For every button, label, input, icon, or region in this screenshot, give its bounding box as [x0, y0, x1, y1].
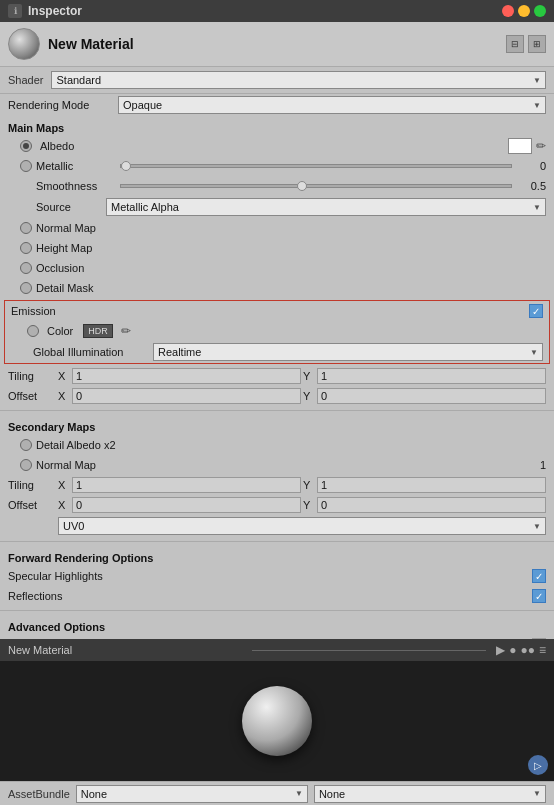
tiling2-x-label: X: [58, 479, 70, 491]
tiling2-label: Tiling: [8, 479, 58, 491]
asset-bundle-dropdown2[interactable]: None ▼: [314, 785, 546, 803]
menu-icon[interactable]: ≡: [539, 643, 546, 657]
gi-dropdown[interactable]: Realtime ▼: [153, 343, 543, 361]
header-left: New Material: [8, 28, 134, 60]
emission-label: Emission: [11, 305, 529, 317]
gi-value: Realtime: [158, 346, 201, 358]
detail-mask-toggle[interactable]: [20, 282, 32, 294]
sec-normal-toggle[interactable]: [20, 459, 32, 471]
tiling1-x-label: X: [58, 370, 70, 382]
tiling2-y-label: Y: [303, 479, 315, 491]
advanced-options-header: Advanced Options: [0, 615, 554, 635]
smoothness-slider[interactable]: [120, 184, 512, 188]
detail-albedo-row: Detail Albedo x2: [0, 435, 554, 455]
occlusion-label: Occlusion: [36, 262, 546, 274]
unity-icon[interactable]: ▷: [528, 755, 548, 775]
tiling2-y-input[interactable]: [317, 477, 546, 493]
detail-albedo-label: Detail Albedo x2: [36, 439, 546, 451]
metallic-slider[interactable]: [120, 164, 512, 168]
offset1-x-label: X: [58, 390, 70, 402]
emission-checkbox[interactable]: ✓: [529, 304, 543, 318]
title-bar: ℹ Inspector: [0, 0, 554, 22]
close-button[interactable]: [502, 5, 514, 17]
asset-bundle-value1: None: [81, 788, 107, 800]
shader-dropdown-arrow: ▼: [533, 76, 541, 85]
play-icon[interactable]: ▶: [496, 643, 505, 657]
uv-set-arrow: ▼: [533, 522, 541, 531]
material-name-header: New Material: [48, 36, 134, 52]
sec-normal-label: Normal Map: [36, 459, 516, 471]
window-controls: [502, 5, 546, 17]
inspector-content[interactable]: Rendering Mode Opaque ▼ Main Maps Albedo…: [0, 94, 554, 639]
tiling1-label: Tiling: [8, 370, 58, 382]
emission-color-label: Color: [47, 325, 73, 337]
tiling1-y-label: Y: [303, 370, 315, 382]
emission-header-row: Emission ✓: [5, 301, 549, 321]
source-dropdown[interactable]: Metallic Alpha ▼: [106, 198, 546, 216]
color-picker-icon[interactable]: ✏: [121, 324, 131, 338]
preview-bar: New Material ▶ ● ●● ≡: [0, 639, 554, 661]
specular-checkbox[interactable]: ✓: [532, 569, 546, 583]
inspector-icon: ℹ: [8, 4, 22, 18]
eyedropper-icon[interactable]: ✏: [536, 139, 546, 153]
divider3: [0, 610, 554, 611]
offset2-label: Offset: [8, 499, 58, 511]
uv-set-dropdown[interactable]: UV0 ▼: [58, 517, 546, 535]
tiling1-row: Tiling X Y: [0, 366, 554, 386]
detail-albedo-toggle[interactable]: [20, 439, 32, 451]
reflections-checkbox[interactable]: ✓: [532, 589, 546, 603]
offset1-xy: X Y: [58, 388, 546, 404]
normal-map-toggle[interactable]: [20, 222, 32, 234]
rendering-mode-dropdown[interactable]: Opaque ▼: [118, 96, 546, 114]
offset2-y-input[interactable]: [317, 497, 546, 513]
uv-set-row: UV0 ▼: [0, 515, 554, 537]
smoothness-label: Smoothness: [36, 180, 116, 192]
preview-line: [252, 650, 486, 651]
divider1: [0, 410, 554, 411]
occlusion-toggle[interactable]: [20, 262, 32, 274]
inspector-header: New Material ⊟ ⊞: [0, 22, 554, 67]
offset1-y-input[interactable]: [317, 388, 546, 404]
shader-dropdown[interactable]: Standard ▼: [51, 71, 546, 89]
smoothness-row: Smoothness 0.5: [0, 176, 554, 196]
asset-bundle-dropdown1[interactable]: None ▼: [76, 785, 308, 803]
tiling1-x-input[interactable]: [72, 368, 301, 384]
main-maps-header: Main Maps: [0, 116, 554, 136]
forward-rendering-header: Forward Rendering Options: [0, 546, 554, 566]
height-map-row: Height Map: [0, 238, 554, 258]
occlusion-row: Occlusion: [0, 258, 554, 278]
albedo-toggle[interactable]: [20, 140, 32, 152]
albedo-row: Albedo ✏: [0, 136, 554, 156]
metallic-thumb[interactable]: [121, 161, 131, 171]
height-map-toggle[interactable]: [20, 242, 32, 254]
tiling1-y-input[interactable]: [317, 368, 546, 384]
preview-sphere-3d: [242, 686, 312, 756]
title-bar-left: ℹ Inspector: [8, 4, 82, 18]
maximize-button[interactable]: [534, 5, 546, 17]
reflections-row: Reflections ✓: [0, 586, 554, 606]
normal-map-row: Normal Map: [0, 218, 554, 238]
offset2-xy: X Y: [58, 497, 546, 513]
shader-label: Shader: [8, 74, 43, 86]
source-label: Source: [36, 201, 106, 213]
metallic-toggle[interactable]: [20, 160, 32, 172]
minimize-button[interactable]: [518, 5, 530, 17]
dots-icon[interactable]: ●●: [521, 643, 536, 657]
emission-color-row: Color HDR ✏: [5, 321, 549, 341]
inspector-window: ℹ Inspector New Material ⊟ ⊞ Shader Stan…: [0, 0, 554, 805]
shader-row: Shader Standard ▼: [0, 67, 554, 94]
hdr-button[interactable]: HDR: [83, 324, 113, 338]
scene-icon-btn[interactable]: ⊟: [506, 35, 524, 53]
tiling2-x-input[interactable]: [72, 477, 301, 493]
prefab-icon-btn[interactable]: ⊞: [528, 35, 546, 53]
tiling2-row: Tiling X Y: [0, 475, 554, 495]
offset2-x-input[interactable]: [72, 497, 301, 513]
smoothness-thumb[interactable]: [297, 181, 307, 191]
albedo-color-swatch[interactable]: [508, 138, 532, 154]
asset-bundle-arrow1: ▼: [295, 789, 303, 798]
offset1-x-input[interactable]: [72, 388, 301, 404]
asset-bundle-bar: AssetBundle None ▼ None ▼: [0, 781, 554, 805]
emission-color-toggle[interactable]: [27, 325, 39, 337]
detail-mask-row: Detail Mask: [0, 278, 554, 298]
circle-icon[interactable]: ●: [509, 643, 516, 657]
